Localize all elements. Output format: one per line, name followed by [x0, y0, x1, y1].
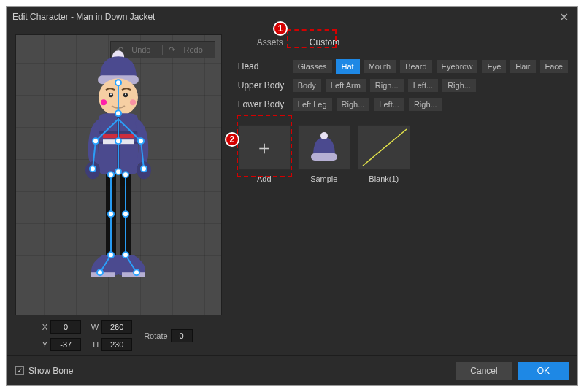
thumb-sample[interactable]: Sample [298, 125, 350, 183]
svg-point-27 [115, 80, 121, 85]
checkbox-icon: ✓ [15, 366, 24, 375]
thumb-sample-label: Sample [310, 174, 337, 183]
cat-right-foot[interactable]: Righ... [408, 97, 443, 112]
w-input[interactable] [101, 320, 132, 334]
svg-point-33 [138, 138, 144, 144]
head-label: Head [238, 61, 289, 72]
redo-label: Redo [177, 45, 208, 54]
show-bone-checkbox[interactable]: ✓ Show Bone [15, 366, 73, 376]
thumb-add-label: Add [257, 174, 272, 183]
svg-point-5 [110, 93, 112, 95]
cat-left-leg[interactable]: Left Leg [292, 97, 333, 112]
transform-inputs: X W Rotate Y H [15, 315, 222, 352]
svg-point-35 [108, 172, 114, 177]
cat-glasses[interactable]: Glasses [292, 59, 333, 74]
cat-eye[interactable]: Eye [481, 59, 507, 74]
svg-point-31 [93, 138, 99, 144]
svg-point-30 [115, 169, 121, 174]
cat-face[interactable]: Face [539, 59, 569, 74]
cat-right-arm[interactable]: Righ... [369, 78, 404, 93]
character-canvas[interactable]: ↶ Undo ↷ Redo [15, 34, 222, 315]
svg-point-40 [123, 252, 128, 258]
svg-point-42 [134, 269, 139, 275]
svg-rect-43 [311, 153, 337, 161]
row-lower: Lower Body Left Leg Righ... Left... Righ… [238, 97, 569, 112]
tab-assets[interactable]: Assets [244, 33, 296, 52]
svg-point-44 [320, 132, 328, 139]
h-input[interactable] [101, 338, 132, 351]
titlebar: Edit Character - Man in Down Jacket ✕ [7, 7, 577, 27]
window-title: Edit Character - Man in Down Jacket [12, 12, 556, 22]
preview-pane: ↶ Undo ↷ Redo [7, 27, 231, 355]
rotate-input[interactable] [171, 329, 193, 342]
asset-thumbnails: 2 ＋ Add Sample [231, 116, 573, 183]
cat-eyebrow[interactable]: Eyebrow [436, 59, 479, 74]
asset-pane: Assets Custom 1 Head Glasses Hat Mouth B… [231, 27, 577, 355]
rotate-label: Rotate [144, 331, 167, 340]
cat-right-leg[interactable]: Righ... [336, 97, 371, 112]
tab-custom[interactable]: Custom [296, 33, 353, 52]
cat-beard[interactable]: Beard [399, 59, 432, 74]
character-figure[interactable] [64, 46, 173, 294]
dialog-body: ↶ Undo ↷ Redo [7, 27, 577, 355]
cat-right-hand[interactable]: Righ... [442, 78, 477, 93]
upper-label: Upper Body [238, 80, 289, 91]
annotation-callout-1: 1 [273, 21, 288, 36]
row-upper: Upper Body Body Left Arm Righ... Left...… [238, 78, 569, 93]
annotation-callout-2: 2 [225, 132, 239, 147]
close-button[interactable]: ✕ [556, 10, 572, 24]
cat-left-foot[interactable]: Left... [373, 97, 405, 112]
hat-icon [307, 131, 341, 164]
edit-character-dialog: Edit Character - Man in Down Jacket ✕ ↶ … [6, 6, 578, 386]
cat-body[interactable]: Body [292, 78, 322, 93]
svg-point-41 [97, 269, 103, 275]
svg-point-6 [125, 93, 126, 95]
dialog-footer: ✓ Show Bone Cancel OK [7, 355, 577, 385]
svg-point-39 [108, 252, 114, 258]
svg-point-29 [115, 138, 121, 144]
svg-point-28 [115, 110, 121, 116]
svg-point-37 [108, 211, 114, 217]
svg-point-34 [141, 166, 147, 172]
svg-point-8 [130, 99, 136, 105]
cat-left-hand[interactable]: Left... [407, 78, 439, 93]
h-label: H [88, 340, 99, 349]
svg-point-32 [90, 166, 96, 172]
row-head: Head Glasses Hat Mouth Beard Eyebrow Eye… [238, 59, 569, 74]
svg-line-45 [363, 129, 407, 166]
lower-label: Lower Body [238, 99, 289, 109]
cat-mouth[interactable]: Mouth [363, 59, 397, 74]
blank-icon [358, 125, 410, 170]
cat-left-arm[interactable]: Left Arm [325, 78, 366, 93]
plus-icon: ＋ [255, 138, 274, 157]
svg-point-7 [101, 99, 107, 105]
ok-button[interactable]: OK [518, 362, 569, 380]
svg-point-38 [123, 211, 128, 217]
svg-point-36 [123, 172, 128, 177]
x-input[interactable] [50, 320, 81, 334]
thumb-add[interactable]: ＋ Add [238, 125, 291, 183]
thumb-blank[interactable]: Blank(1) [358, 125, 410, 183]
cat-hair[interactable]: Hair [510, 59, 536, 74]
cancel-button[interactable]: Cancel [456, 362, 512, 380]
category-rows: Head Glasses Hat Mouth Beard Eyebrow Eye… [231, 52, 573, 116]
cat-hat[interactable]: Hat [336, 59, 360, 74]
y-label: Y [37, 340, 47, 349]
y-input[interactable] [50, 338, 81, 351]
show-bone-label: Show Bone [28, 366, 73, 376]
thumb-blank-label: Blank(1) [369, 174, 399, 183]
w-label: W [88, 323, 99, 331]
x-label: X [37, 323, 47, 331]
